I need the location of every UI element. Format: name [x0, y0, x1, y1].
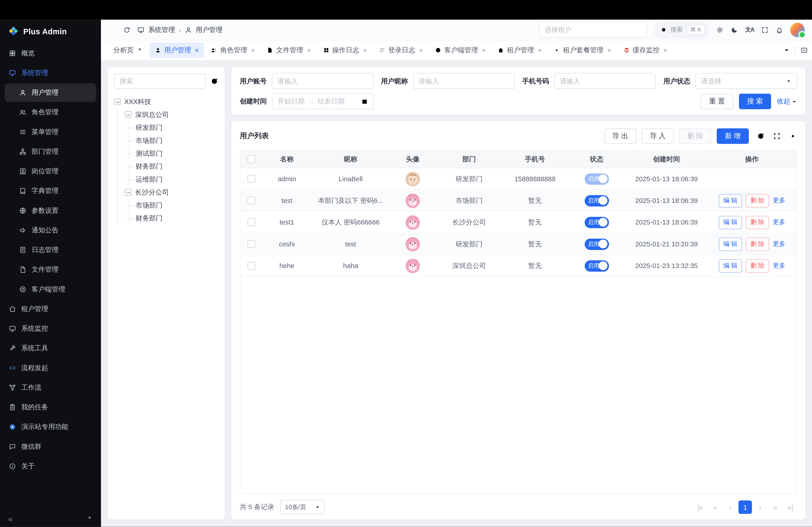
last-page-button[interactable]: »| — [784, 501, 797, 514]
refresh-icon[interactable] — [756, 132, 765, 140]
tab-client-management[interactable]: 客户端管理 × — [430, 42, 491, 58]
page-size-select[interactable]: 10条/页 — [280, 500, 325, 515]
gear-icon[interactable] — [716, 26, 723, 33]
status-toggle[interactable]: 启用 — [584, 195, 609, 206]
sidebar-item-wechat-group[interactable]: 微信群 — [0, 437, 101, 456]
close-icon[interactable]: × — [607, 47, 611, 54]
sidebar-item-system-tools[interactable]: 系统工具 — [0, 338, 101, 358]
row-checkbox[interactable] — [247, 262, 255, 270]
sidebar-item-role-management[interactable]: 角色管理 — [0, 103, 101, 122]
sidebar-item-system-management[interactable]: 系统管理 — [0, 63, 101, 83]
date-range-input[interactable]: 开始日期 → 结束日期 — [272, 93, 373, 109]
page-number-button[interactable]: 1 — [738, 501, 752, 514]
sidebar-item-demo-features[interactable]: 演示站专用功能 — [0, 417, 101, 437]
refresh-icon[interactable] — [123, 26, 130, 33]
breadcrumb-level2[interactable]: 用户管理 — [195, 25, 222, 34]
fullscreen-icon[interactable] — [773, 132, 781, 140]
delete-row-button[interactable]: 删 除 — [746, 215, 769, 229]
more-button[interactable]: 更多 — [773, 240, 785, 249]
hamburger-menu-icon[interactable] — [108, 26, 117, 34]
tree-node-dept[interactable]: 运维部门 — [136, 173, 219, 186]
close-icon[interactable]: × — [251, 47, 255, 54]
pin-icon[interactable] — [86, 515, 93, 522]
tree-node-dept[interactable]: 财务部门 — [136, 160, 219, 173]
sidebar-item-menu-management[interactable]: 菜单管理 — [0, 122, 101, 142]
next-page-button[interactable]: › — [754, 501, 767, 514]
select-all-checkbox[interactable] — [247, 155, 255, 163]
tab-role-management[interactable]: 角色管理 × — [206, 42, 260, 58]
translate-icon[interactable]: 文A — [745, 26, 754, 34]
export-button[interactable]: 导 出 — [604, 128, 636, 144]
close-icon[interactable]: × — [419, 47, 423, 54]
breadcrumb-level1[interactable]: 系统管理 — [148, 25, 175, 34]
refresh-icon[interactable] — [210, 77, 219, 86]
sidebar-item-overview[interactable]: 概览 — [0, 44, 101, 63]
account-input[interactable]: 请输入 — [272, 73, 373, 89]
gear-icon[interactable] — [789, 132, 797, 140]
delete-row-button[interactable]: 删 除 — [746, 194, 769, 207]
tab-file-management[interactable]: 文件管理 × — [262, 42, 316, 58]
row-checkbox[interactable] — [247, 197, 255, 204]
chevron-down-icon[interactable] — [784, 47, 790, 54]
sidebar-item-about[interactable]: 关于 — [0, 456, 101, 476]
tree-node-branch[interactable]: 深圳总公司 — [125, 108, 219, 121]
tab-login-log[interactable]: 登录日志 × — [374, 42, 428, 58]
tab-user-management[interactable]: 用户管理 × — [150, 42, 204, 58]
delete-row-button[interactable]: 删 除 — [746, 237, 769, 251]
row-checkbox[interactable] — [247, 175, 255, 183]
bell-icon[interactable] — [776, 26, 783, 33]
collapse-sidebar-icon[interactable]: « — [8, 514, 13, 523]
status-toggle[interactable]: 启用 — [584, 173, 609, 185]
prev-group-button[interactable]: « — [709, 501, 722, 514]
tree-node-branch[interactable]: 长沙分公司 — [125, 186, 219, 199]
close-icon[interactable]: × — [363, 47, 367, 54]
collapse-box-icon[interactable] — [125, 111, 131, 118]
collapse-box-icon[interactable] — [114, 98, 121, 105]
row-checkbox[interactable] — [247, 219, 255, 226]
tab-tenant-package-management[interactable]: 租户套餐管理 × — [549, 42, 617, 58]
tree-node-dept[interactable]: 市场部门 — [136, 199, 219, 212]
tab-cache-monitor[interactable]: 缓存监控 × — [618, 42, 672, 58]
tab-analysis[interactable]: 分析页 — [108, 42, 148, 58]
tree-node-dept[interactable]: 财务部门 — [136, 212, 219, 225]
sidebar-item-param-settings[interactable]: 参数设置 — [0, 201, 101, 221]
delete-button[interactable]: 删 除 — [679, 128, 711, 144]
tree-search-input[interactable]: 搜索 — [114, 74, 205, 89]
tree-node-dept[interactable]: 研发部门 — [136, 121, 219, 134]
edit-button[interactable]: 编 辑 — [719, 259, 742, 272]
close-icon[interactable]: × — [537, 47, 542, 54]
sidebar-item-my-tasks[interactable]: 我的任务 — [0, 397, 101, 417]
add-button[interactable]: 新 增 — [716, 128, 749, 144]
collapse-box-icon[interactable] — [125, 189, 131, 196]
sidebar-item-user-management[interactable]: 用户管理 — [5, 84, 96, 102]
tree-node-dept[interactable]: 测试部门 — [136, 147, 219, 160]
edit-button[interactable]: 编 辑 — [719, 237, 742, 251]
sidebar-item-file-management[interactable]: 文件管理 — [0, 260, 101, 280]
tree-node-dept[interactable]: 市场部门 — [136, 134, 219, 147]
sidebar-item-notice[interactable]: 通知公告 — [0, 221, 101, 240]
phone-input[interactable]: 请输入 — [554, 73, 656, 89]
close-icon[interactable]: × — [195, 47, 199, 54]
row-checkbox[interactable] — [247, 240, 255, 248]
more-button[interactable]: 更多 — [773, 261, 785, 270]
fullscreen-tabs-icon[interactable] — [800, 47, 808, 54]
brand[interactable]: Plus Admin — [0, 20, 101, 42]
collapse-filters-link[interactable]: 收起 — [777, 96, 797, 106]
sidebar-item-client-management[interactable]: 客户端管理 — [0, 280, 101, 299]
tenant-select[interactable]: 选择租户 — [539, 22, 647, 37]
sidebar-item-log-management[interactable]: 日志管理 — [0, 240, 101, 260]
sidebar-item-dept-management[interactable]: 部门管理 — [0, 142, 101, 161]
search-button[interactable]: 搜 索 — [739, 93, 771, 109]
first-page-button[interactable]: |« — [693, 501, 707, 514]
next-group-button[interactable]: » — [768, 501, 782, 514]
prev-page-button[interactable]: ‹ — [723, 501, 737, 514]
delete-row-button[interactable]: 删 除 — [746, 259, 769, 272]
tab-operation-log[interactable]: 操作日志 × — [318, 42, 372, 58]
status-select[interactable]: 请选择 — [695, 73, 797, 89]
status-toggle[interactable]: 启用 — [584, 238, 609, 250]
tree-node-company[interactable]: XXX科技 — [114, 95, 219, 108]
more-button[interactable]: 更多 — [773, 196, 785, 205]
status-toggle[interactable]: 启用 — [584, 260, 609, 272]
close-icon[interactable]: × — [481, 47, 486, 54]
import-button[interactable]: 导 入 — [641, 128, 674, 144]
